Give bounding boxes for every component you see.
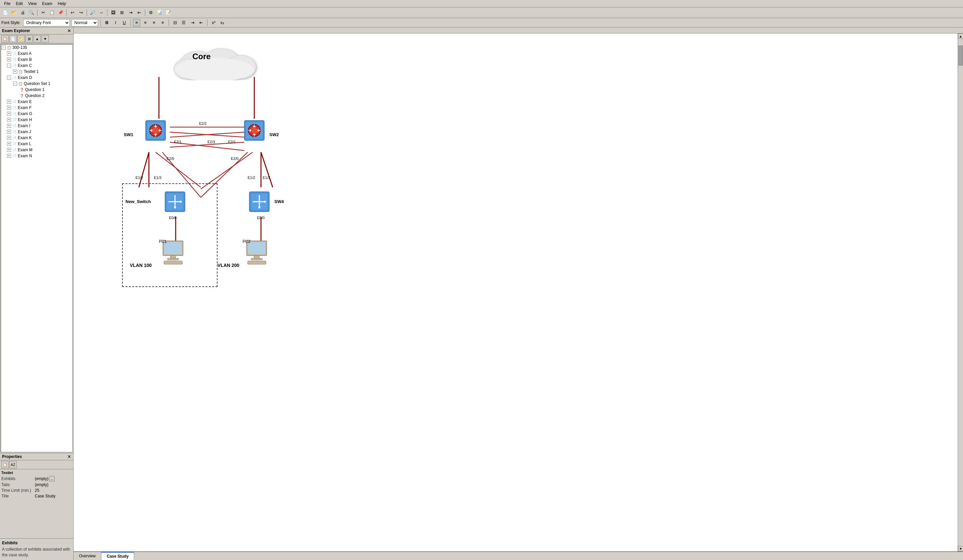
exam-g-expand[interactable]: + (7, 112, 11, 116)
ex-btn4[interactable]: ⊞ (26, 35, 33, 42)
redo-btn[interactable]: ↪ (77, 9, 85, 17)
tree-question-1[interactable]: ❓ Question 1 (1, 87, 72, 93)
tree-question-2[interactable]: ❓ Question 2 (1, 93, 72, 99)
tree-testlet-1[interactable]: + 📋 Testlet 1 (1, 69, 72, 74)
props-value-title: Case Study (35, 494, 72, 498)
replace-btn[interactable]: ↔ (97, 9, 105, 17)
bold-btn[interactable]: B (103, 19, 110, 26)
subscript-btn[interactable]: x₂ (219, 19, 226, 26)
exam-e-expand[interactable]: + (7, 100, 11, 104)
explorer-close-btn[interactable]: ✕ (67, 28, 71, 33)
extra-btn1[interactable]: ⚙ (147, 9, 155, 17)
extra-btn3[interactable]: 📝 (164, 9, 172, 17)
indent-btn[interactable]: ⇥ (126, 9, 135, 17)
new-btn[interactable]: 📄 (2, 9, 10, 17)
exam-b-expand[interactable]: + (7, 58, 11, 62)
ex-btn1[interactable]: 📋 (2, 35, 9, 42)
tab-overview[interactable]: Overview (74, 552, 101, 560)
font-name-select[interactable]: Ordinary Font (23, 19, 70, 26)
props-close-btn[interactable]: ✕ (67, 454, 71, 459)
open-btn[interactable]: 📂 (10, 9, 18, 17)
scroll-down-btn[interactable]: ▼ (958, 546, 963, 551)
exam-a-expand[interactable]: + (7, 52, 11, 55)
exam-d-expand[interactable]: - (7, 76, 11, 79)
qs1-expand[interactable]: - (13, 82, 17, 86)
font-size-select[interactable]: Normal (71, 19, 98, 26)
root-expand[interactable]: - (2, 45, 6, 50)
props-sort-btn1[interactable]: 📋 (2, 461, 9, 468)
tab-case-study[interactable]: Case Study (101, 552, 134, 560)
tree-root[interactable]: - 📋 300-135 (1, 44, 72, 50)
core-label: Core (192, 52, 211, 61)
props-sort-btn2[interactable]: AZ (10, 461, 17, 468)
align-justify-btn[interactable]: ≡ (159, 19, 166, 26)
exam-h-expand[interactable]: + (7, 118, 11, 122)
menu-file[interactable]: File (2, 1, 13, 7)
insert-table-btn[interactable]: ⊞ (118, 9, 126, 17)
tree-question-set-1[interactable]: - 📋 Question Set 1 (1, 81, 72, 87)
superscript-btn[interactable]: x² (210, 19, 217, 26)
tree-exam-i[interactable]: + 📄 Exam I (1, 123, 72, 129)
outdent-btn[interactable]: ⇤ (135, 9, 143, 17)
find-btn[interactable]: 🔎 (89, 9, 97, 17)
tree-exam-e[interactable]: + 📄 Exam E (1, 99, 72, 105)
left-panel: Exam Explorer ✕ 📋 📄 📁 ⊞ ▲ ▼ - 📋 300-135 (0, 28, 74, 560)
ordered-list-btn[interactable]: ⊟ (171, 19, 179, 26)
tree-exam-k[interactable]: + 📄 Exam K (1, 135, 72, 141)
tree-exam-f[interactable]: + 📄 Exam F (1, 105, 72, 111)
exam-k-expand[interactable]: + (7, 136, 11, 140)
extra-btn2[interactable]: 📊 (156, 9, 164, 17)
exam-c-expand[interactable]: - (7, 63, 11, 68)
exam-l-expand[interactable]: + (7, 142, 11, 146)
insert-img-btn[interactable]: 🖼 (109, 9, 117, 17)
print-btn[interactable]: 🖨 (19, 9, 27, 17)
tree-exam-n[interactable]: + 📄 Exam N (1, 153, 72, 159)
tree-exam-a[interactable]: + 📄 Exam A (1, 50, 72, 57)
tree-exam-g[interactable]: + 📄 Exam G (1, 111, 72, 117)
ex-down-btn[interactable]: ▼ (42, 35, 49, 42)
italic-btn[interactable]: I (112, 19, 119, 26)
new-switch-dashed-box (122, 183, 217, 287)
props-exhibits-btn[interactable]: ... (49, 476, 55, 481)
canvas[interactable]: Core (74, 34, 958, 551)
exam-i-expand[interactable]: + (7, 124, 11, 128)
tree-exam-m[interactable]: + 📄 Exam M (1, 147, 72, 153)
svg-point-42 (251, 127, 258, 134)
tree-exam-l[interactable]: + 📄 Exam L (1, 141, 72, 147)
exam-j-expand[interactable]: + (7, 130, 11, 134)
tree-exam-b[interactable]: + 📄 Exam B (1, 57, 72, 63)
align-right-btn[interactable]: ≡ (150, 19, 157, 26)
scroll-up-btn[interactable]: ▲ (958, 34, 963, 39)
exam-n-expand[interactable]: + (7, 154, 11, 158)
tree-exam-d[interactable]: - 📄 Exam D (1, 74, 72, 81)
testlet-1-expand[interactable]: + (13, 70, 17, 74)
menu-exam[interactable]: Exam (39, 1, 55, 7)
align-center-btn[interactable]: ≡ (141, 19, 149, 26)
menu-edit[interactable]: Edit (13, 1, 26, 7)
ex-btn2[interactable]: 📄 (10, 35, 17, 42)
exam-f-expand[interactable]: + (7, 106, 11, 110)
canvas-inner: Core (74, 34, 475, 335)
cut-btn[interactable]: ✂ (39, 9, 47, 17)
menu-help[interactable]: Help (55, 1, 69, 7)
print-preview-btn[interactable]: 🔍 (28, 9, 36, 17)
increase-indent-btn[interactable]: ⇥ (189, 19, 196, 26)
tree-exam-h[interactable]: + 📄 Exam H (1, 117, 72, 123)
exam-m-expand[interactable]: + (7, 148, 11, 152)
tree-exam-j[interactable]: + 📄 Exam J (1, 129, 72, 135)
ruler (74, 28, 963, 34)
ex-up-btn[interactable]: ▲ (34, 35, 41, 42)
undo-btn[interactable]: ↩ (68, 9, 76, 17)
underline-btn[interactable]: U (120, 19, 128, 26)
exam-g-icon: 📄 (12, 111, 17, 117)
copy-btn[interactable]: 📋 (48, 9, 56, 17)
align-left-btn[interactable]: ≡ (133, 19, 140, 26)
menu-view[interactable]: View (26, 1, 39, 7)
unordered-list-btn[interactable]: ☰ (180, 19, 187, 26)
tree-exam-c[interactable]: - 📄 Exam C (1, 63, 72, 69)
decrease-indent-btn[interactable]: ⇤ (198, 19, 205, 26)
vertical-scrollbar[interactable]: ▲ ▼ (958, 34, 963, 551)
paste-btn[interactable]: 📌 (57, 9, 65, 17)
props-header: Properties ✕ (0, 453, 73, 460)
ex-btn3[interactable]: 📁 (18, 35, 25, 42)
